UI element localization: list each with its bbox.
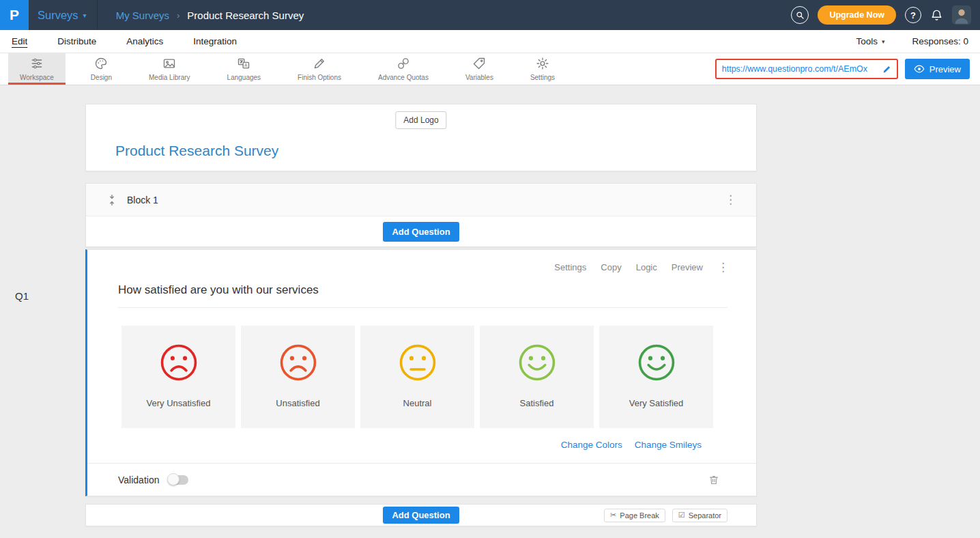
toolbar-finish-options[interactable]: Finish Options xyxy=(286,53,353,85)
breadcrumb: My Surveys › Product Research Survey xyxy=(116,10,304,21)
toolbar-variables[interactable]: Variables xyxy=(454,53,505,85)
image-icon xyxy=(162,57,176,70)
block-menu-icon[interactable]: ⋮ xyxy=(725,194,736,206)
surveys-menu-label: Surveys xyxy=(38,9,78,22)
app-logo[interactable]: P xyxy=(0,0,29,30)
tag-icon xyxy=(472,57,486,70)
survey-title[interactable]: Product Research Survey xyxy=(115,143,278,159)
divider xyxy=(97,0,98,30)
add-question-button[interactable]: Add Question xyxy=(383,222,459,242)
bell-icon xyxy=(930,9,943,22)
smiley-option-label: Neutral xyxy=(403,398,432,408)
survey-url-input[interactable] xyxy=(722,64,878,74)
tools-menu[interactable]: Tools ▾ xyxy=(856,36,884,46)
collapse-block-icon[interactable] xyxy=(106,194,118,206)
block-header: Block 1 ⋮ xyxy=(86,184,756,216)
toolbar-settings[interactable]: Settings xyxy=(519,53,566,85)
delete-question-icon[interactable] xyxy=(708,474,719,485)
tab-analytics[interactable]: Analytics xyxy=(126,36,163,46)
smiley-option-label: Very Satisfied xyxy=(629,398,684,408)
page-break-label: Page Break xyxy=(620,511,659,520)
question-card: Settings Copy Logic Preview ⋮ How satisf… xyxy=(85,249,757,496)
edit-url-icon[interactable] xyxy=(882,65,891,74)
top-bar: P Surveys ▾ My Surveys › Product Researc… xyxy=(0,0,980,30)
toolbar-workspace[interactable]: Workspace xyxy=(8,53,66,85)
sad-smiley-icon xyxy=(278,343,318,382)
add-question-button-bottom[interactable]: Add Question xyxy=(383,507,459,524)
change-smileys-link[interactable]: Change Smileys xyxy=(635,440,702,450)
toolbar-item-label: Media Library xyxy=(149,74,190,81)
editor-toolbar: Workspace Design Media Library A Languag… xyxy=(0,53,980,85)
search-icon xyxy=(796,11,805,20)
pencil-icon xyxy=(313,57,326,70)
question-settings-link[interactable]: Settings xyxy=(554,262,586,272)
preview-button[interactable]: Preview xyxy=(905,59,970,79)
question-actions: Settings Copy Logic Preview ⋮ xyxy=(87,250,756,273)
happy-smiley-icon xyxy=(637,343,676,382)
question-text[interactable]: How satisfied are you with our services xyxy=(118,283,727,308)
change-colors-link[interactable]: Change Colors xyxy=(561,440,622,450)
palette-icon xyxy=(94,57,108,70)
help-button[interactable]: ? xyxy=(905,7,921,23)
eye-icon xyxy=(914,65,925,73)
smiley-option-satisfied[interactable]: Satisfied xyxy=(480,326,594,428)
survey-header-card: Add Logo Product Research Survey xyxy=(85,104,757,171)
toggle-knob xyxy=(167,473,179,485)
question-id-label: Q1 xyxy=(15,290,29,302)
surveys-menu[interactable]: Surveys ▾ xyxy=(29,0,97,30)
toolbar-item-label: Advance Quotas xyxy=(378,74,429,81)
survey-url-box xyxy=(715,59,898,79)
separator-icon: ☑ xyxy=(678,511,685,519)
block-footer-bar: Add Question ✂ Page Break ☑ Separator xyxy=(85,504,757,526)
add-logo-button[interactable]: Add Logo xyxy=(395,111,446,129)
tab-integration[interactable]: Integration xyxy=(193,36,237,46)
block-card: Block 1 ⋮ Add Question xyxy=(85,183,757,247)
tab-distribute[interactable]: Distribute xyxy=(57,36,96,46)
tab-edit[interactable]: Edit xyxy=(12,36,27,46)
breadcrumb-separator-icon: › xyxy=(177,10,179,20)
toolbar-media-library[interactable]: Media Library xyxy=(137,53,202,85)
tools-label: Tools xyxy=(856,36,878,46)
smiley-option-unsatisfied[interactable]: Unsatisfied xyxy=(241,326,355,428)
toolbar-advance-quotas[interactable]: Advance Quotas xyxy=(366,53,440,85)
page-break-button[interactable]: ✂ Page Break xyxy=(604,509,665,522)
question-copy-link[interactable]: Copy xyxy=(601,262,621,272)
chevron-down-icon: ▾ xyxy=(83,12,87,19)
toolbar-right: Preview xyxy=(715,53,980,85)
smiley-option-very-satisfied[interactable]: Very Satisfied xyxy=(599,326,713,428)
upgrade-now-button[interactable]: Upgrade Now xyxy=(818,5,896,25)
breadcrumb-my-surveys[interactable]: My Surveys xyxy=(116,10,169,21)
topbar-actions: Upgrade Now ? xyxy=(791,5,980,25)
toolbar-languages[interactable]: A Languages xyxy=(216,53,273,85)
toolbar-item-label: Workspace xyxy=(20,74,54,81)
survey-column: Add Logo Product Research Survey Block 1… xyxy=(85,104,757,526)
question-menu-icon[interactable]: ⋮ xyxy=(717,261,729,273)
smiley-option-very-unsatisfied[interactable]: Very Unsatisfied xyxy=(121,326,235,428)
toolbar-item-label: Finish Options xyxy=(298,74,341,81)
preview-label: Preview xyxy=(929,64,961,74)
notifications-button[interactable] xyxy=(930,9,943,22)
page-break-icon: ✂ xyxy=(610,511,616,519)
question-preview-link[interactable]: Preview xyxy=(672,262,703,272)
smiley-option-label: Very Unsatisfied xyxy=(147,398,211,408)
user-avatar[interactable] xyxy=(952,5,971,25)
smiley-option-neutral[interactable]: Neutral xyxy=(360,326,474,428)
responses-count: Responses: 0 xyxy=(912,36,968,46)
validation-toggle[interactable] xyxy=(168,475,188,485)
nav-right: Tools ▾ Responses: 0 xyxy=(856,36,968,46)
happy-smiley-icon xyxy=(517,343,557,382)
question-logic-link[interactable]: Logic xyxy=(636,262,657,272)
smiley-option-label: Satisfied xyxy=(520,398,554,408)
block-title[interactable]: Block 1 xyxy=(127,195,158,206)
toolbar-design[interactable]: Design xyxy=(79,53,124,85)
toolbar-item-label: Settings xyxy=(530,74,555,81)
avatar-image xyxy=(952,5,971,25)
links-icon xyxy=(397,57,410,70)
separator-button[interactable]: ☑ Separator xyxy=(672,509,727,522)
smiley-option-label: Unsatisfied xyxy=(276,398,319,408)
search-button[interactable] xyxy=(791,6,809,24)
question-links: Change Colors Change Smileys xyxy=(87,440,702,450)
neutral-smiley-icon xyxy=(398,343,437,382)
main-nav: Edit Distribute Analytics Integration To… xyxy=(0,30,980,53)
sad-smiley-icon xyxy=(159,343,199,382)
